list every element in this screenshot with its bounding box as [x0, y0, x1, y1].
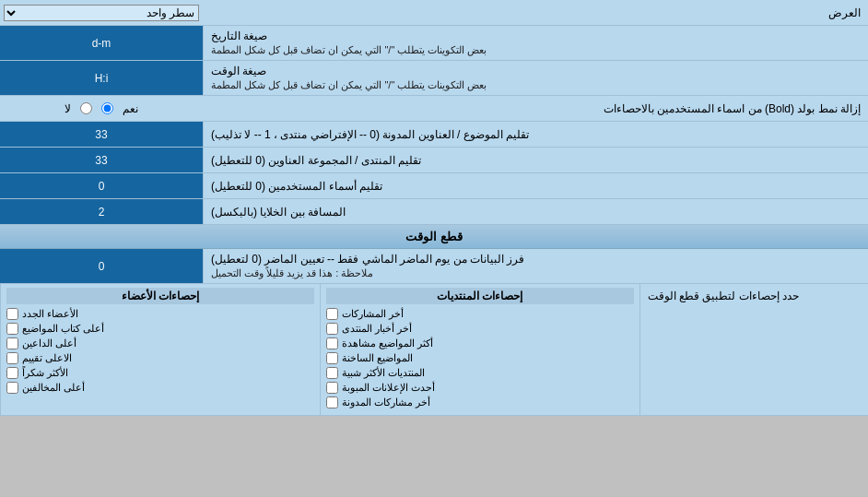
- forum-order-label: تقليم المنتدى / المجموعة العناوين (0 للت…: [203, 148, 868, 172]
- checkbox-5[interactable]: [326, 367, 338, 379]
- date-format-input-container: [0, 26, 203, 60]
- checkbox-item-m6: أعلى المخالفين: [6, 382, 314, 394]
- topic-order-input[interactable]: [6, 128, 197, 141]
- topic-order-input-container: [0, 122, 203, 147]
- checkbox-label-4: المواضيع الساخنة: [342, 352, 413, 364]
- time-format-input[interactable]: [6, 72, 197, 85]
- checkbox-item-m5: الأكثر شكراً: [6, 367, 314, 379]
- checkboxes-label-text: حدد إحصاءات لتطبيق قطع الوقت: [648, 290, 799, 302]
- top-row: العرض سطر واحد: [0, 0, 868, 26]
- checkbox-label-5: المنتديات الأكثر شبية: [342, 367, 425, 379]
- members-stats-header: إحصاءات الأعضاء: [6, 288, 314, 304]
- checkbox-item-3: أكثر المواضيع مشاهدة: [326, 337, 634, 349]
- main-container: العرض سطر واحد صيغة التاريخ بعض التكوينا…: [0, 0, 868, 416]
- checkbox-label-m6: أعلى المخالفين: [22, 382, 85, 394]
- checkbox-m5[interactable]: [6, 367, 18, 379]
- top-select-container: سطر واحد: [0, 3, 203, 23]
- cutoff-section-header: قطع الوقت: [0, 225, 868, 249]
- cutoff-row: فرز البيانات من يوم الماضر الماشي فقط --…: [0, 249, 868, 284]
- members-stats-col: إحصاءات الأعضاء الأعضاء الجدد أعلى كتاب …: [0, 284, 320, 415]
- time-format-input-container: [0, 61, 203, 95]
- checkbox-label-2: أخر أخبار المنتدى: [342, 323, 412, 335]
- username-trim-input[interactable]: [6, 180, 197, 193]
- username-trim-input-container: [0, 173, 203, 198]
- checkbox-7[interactable]: [326, 396, 338, 408]
- checkboxes-main-label: حدد إحصاءات لتطبيق قطع الوقت: [639, 284, 868, 415]
- checkbox-m2[interactable]: [6, 323, 18, 335]
- checkbox-item-2: أخر أخبار المنتدى: [326, 323, 634, 335]
- forum-order-input-container: [0, 148, 203, 172]
- checkbox-item-m3: أعلى الداعين: [6, 337, 314, 349]
- cutoff-label: فرز البيانات من يوم الماضر الماشي فقط --…: [203, 249, 868, 283]
- checkbox-item-1: أخر المشاركات: [326, 308, 634, 320]
- date-format-label: صيغة التاريخ بعض التكوينات يتطلب "/" الت…: [203, 26, 868, 60]
- topic-order-row: تقليم الموضوع / العناوين المدونة (0 -- ا…: [0, 122, 868, 148]
- time-format-row: صيغة الوقت بعض التكوينات يتطلب "/" التي …: [0, 61, 868, 96]
- checkbox-item-m1: الأعضاء الجدد: [6, 308, 314, 320]
- checkbox-label-m4: الاعلى تقييم: [22, 352, 72, 364]
- forums-stats-col: إحصاءات المنتديات أخر المشاركات أخر أخبا…: [320, 284, 639, 415]
- forum-order-input[interactable]: [6, 154, 197, 167]
- time-format-title: صيغة الوقت: [211, 65, 266, 77]
- checkbox-item-4: المواضيع الساخنة: [326, 352, 634, 364]
- checkbox-item-7: أخر مشاركات المدونة: [326, 396, 634, 408]
- cell-spacing-input-container: [0, 199, 203, 224]
- cell-spacing-row: المسافة بين الخلايا (بالبكسل): [0, 199, 868, 225]
- checkbox-label-1: أخر المشاركات: [342, 308, 404, 320]
- forums-stats-header: إحصاءات المنتديات: [326, 288, 634, 304]
- cutoff-input[interactable]: [6, 260, 197, 273]
- checkboxes-cols: إحصاءات المنتديات أخر المشاركات أخر أخبا…: [0, 284, 639, 415]
- checkbox-item-m4: الاعلى تقييم: [6, 352, 314, 364]
- date-format-input[interactable]: [6, 37, 197, 50]
- checkbox-item-6: أحدث الإعلانات المبوبة: [326, 382, 634, 394]
- checkbox-item-m2: أعلى كتاب المواضيع: [6, 323, 314, 335]
- cutoff-main-label: فرز البيانات من يوم الماضر الماشي فقط --…: [211, 253, 524, 266]
- checkbox-6[interactable]: [326, 382, 338, 394]
- checkbox-m6[interactable]: [6, 382, 18, 394]
- forum-order-row: تقليم المنتدى / المجموعة العناوين (0 للت…: [0, 148, 868, 173]
- cutoff-input-container: [0, 249, 203, 283]
- checkbox-label-m5: الأكثر شكراً: [22, 367, 68, 379]
- date-format-row: صيغة التاريخ بعض التكوينات يتطلب "/" الت…: [0, 26, 868, 61]
- checkbox-m1[interactable]: [6, 308, 18, 320]
- checkbox-1[interactable]: [326, 308, 338, 320]
- bold-yes-label: نعم: [123, 102, 138, 115]
- checkbox-label-m1: الأعضاء الجدد: [22, 308, 78, 320]
- checkbox-item-5: المنتديات الأكثر شبية: [326, 367, 634, 379]
- bold-no-label: لا: [65, 102, 71, 115]
- top-label: العرض: [203, 3, 868, 23]
- checkbox-label-3: أكثر المواضيع مشاهدة: [342, 337, 433, 349]
- checkbox-label-6: أحدث الإعلانات المبوبة: [342, 382, 435, 394]
- date-format-title: صيغة التاريخ: [211, 30, 267, 42]
- checkbox-m3[interactable]: [6, 337, 18, 349]
- checkbox-2[interactable]: [326, 323, 338, 335]
- username-trim-row: تقليم أسماء المستخدمين (0 للتعطيل): [0, 173, 868, 199]
- bold-no-radio[interactable]: [80, 102, 92, 114]
- display-select[interactable]: سطر واحد: [4, 5, 199, 21]
- bold-radio-controls: نعم لا: [0, 101, 203, 117]
- checkbox-3[interactable]: [326, 337, 338, 349]
- bold-radio-row: إزالة نمط بولد (Bold) من اسماء المستخدمي…: [0, 96, 868, 122]
- username-trim-label: تقليم أسماء المستخدمين (0 للتعطيل): [203, 173, 868, 198]
- checkbox-4[interactable]: [326, 352, 338, 364]
- bold-label: إزالة نمط بولد (Bold) من اسماء المستخدمي…: [203, 99, 868, 119]
- cell-spacing-input[interactable]: [6, 206, 197, 219]
- checkbox-label-m2: أعلى كتاب المواضيع: [22, 323, 104, 335]
- checkboxes-section: حدد إحصاءات لتطبيق قطع الوقت إحصاءات الم…: [0, 284, 868, 416]
- checkbox-label-7: أخر مشاركات المدونة: [342, 396, 430, 408]
- checkbox-m4[interactable]: [6, 352, 18, 364]
- cell-spacing-label: المسافة بين الخلايا (بالبكسل): [203, 199, 868, 224]
- cutoff-note: ملاحظة : هذا قد يزيد قليلاً وقت التحميل: [211, 267, 373, 279]
- date-format-sublabel: بعض التكوينات يتطلب "/" التي يمكن ان تضا…: [211, 44, 487, 56]
- bold-yes-radio[interactable]: [101, 102, 113, 114]
- time-format-sublabel: بعض التكوينات يتطلب "/" التي يمكن ان تضا…: [211, 79, 487, 91]
- topic-order-label: تقليم الموضوع / العناوين المدونة (0 -- ا…: [203, 122, 868, 147]
- time-format-label: صيغة الوقت بعض التكوينات يتطلب "/" التي …: [203, 61, 868, 95]
- checkbox-label-m3: أعلى الداعين: [22, 337, 76, 349]
